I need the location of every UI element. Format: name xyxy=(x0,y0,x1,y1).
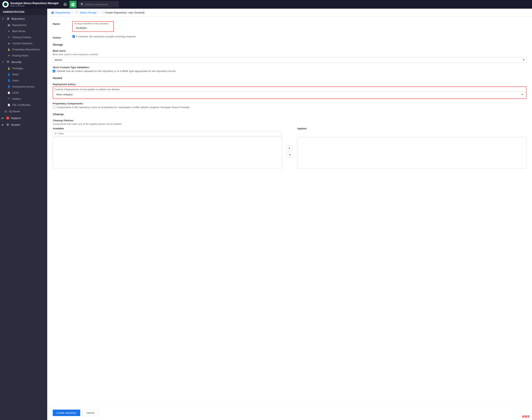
sidebar-item-content-selectors[interactable]: ◈ Content Selectors xyxy=(0,40,47,46)
sidebar-item-cleanup-policies[interactable]: ✏ Cleanup Policies xyxy=(0,34,47,40)
sidebar-item-realms[interactable]: 🛡 Realms xyxy=(0,96,47,102)
cleanup-policies-hint: Components that match any of the Applied… xyxy=(53,123,527,125)
sidebar-item-proprietary-repos-label: Proprietary Repositories xyxy=(12,48,40,51)
sidebar-section-repository-label: Repository xyxy=(11,17,25,20)
cleanup-applied-panel: Applied xyxy=(297,127,527,168)
sidebar-section-system[interactable]: ▶ ⚙ System xyxy=(0,121,47,128)
sidebar-item-routing-rules[interactable]: ⇌ Routing Rules xyxy=(0,53,47,59)
sidebar-item-users-label: Users xyxy=(12,79,19,82)
sidebar: Administration ▼ 🖥 Repository ▦ Reposito… xyxy=(0,9,47,420)
security-icon: 🛡 xyxy=(6,60,10,63)
storage-section-title: Storage xyxy=(53,43,527,47)
strict-content-checkbox[interactable] xyxy=(53,70,55,72)
cleanup-applied-list[interactable] xyxy=(297,137,527,168)
action-bar: Create repository Cancel xyxy=(47,405,532,420)
layout: Administration ▼ 🖥 Repository ▦ Reposito… xyxy=(0,9,532,420)
online-checkbox-row: If checked, the repository accepts incom… xyxy=(72,35,527,38)
sidebar-section-security[interactable]: ▼ 🛡 Security xyxy=(0,59,47,65)
breadcrumb-current-label: Create Repository: npm (hosted) xyxy=(105,11,145,14)
breadcrumb-select-recipe[interactable]: 📄 Select Recipe xyxy=(75,11,97,14)
strict-content-label: Strict Content Type Validation: xyxy=(53,66,527,69)
filter-icon: ▼ xyxy=(54,132,57,135)
search-icon: 🔍 xyxy=(81,3,84,6)
proprietary-checkbox-row: Components in this repository count as p… xyxy=(53,106,527,109)
deployment-policy-select[interactable]: Disable redeploy Allow redeploy Read-onl… xyxy=(54,92,525,97)
top-nav: N Sonatype Nexus Repository Manager OSS … xyxy=(0,0,532,9)
transfer-left-btn[interactable]: ◄ xyxy=(287,152,292,157)
name-input[interactable] xyxy=(74,25,112,31)
sidebar-item-ssl-certs[interactable]: 📋 SSL Certificates xyxy=(0,102,47,108)
iq-server-icon: ◎ xyxy=(4,110,7,113)
cleanup-available-panel: Available ▼ xyxy=(53,127,282,168)
cleanup-available-list[interactable] xyxy=(53,137,282,168)
deployment-policy-hint: Controls if deployments of and updates t… xyxy=(54,88,525,91)
privileges-icon: 🏅 xyxy=(7,67,11,70)
support-chevron-icon: ▶ xyxy=(2,117,3,119)
blob-stores-icon: ≡ xyxy=(7,30,11,33)
sidebar-section-support-label: Support xyxy=(11,117,21,120)
filter-input[interactable] xyxy=(58,132,280,135)
deployment-policy-label: Deployment policy: xyxy=(53,83,527,86)
sidebar-item-content-selectors-label: Content Selectors xyxy=(12,42,32,45)
sidebar-item-privileges-label: Privileges xyxy=(12,67,23,70)
app-version: OSS 3.35.0-02 xyxy=(10,5,59,7)
create-repository-button[interactable]: Create repository xyxy=(53,410,80,416)
sidebar-item-roles-label: Roles xyxy=(12,73,19,76)
settings-icon-btn[interactable] xyxy=(69,1,77,8)
sidebar-item-blob-stores-label: Blob Stores xyxy=(12,30,25,33)
cleanup-available-label: Available xyxy=(53,127,282,130)
blob-store-hint: Blob store used to store repository cont… xyxy=(53,53,527,56)
online-row: Online: If checked, the repository accep… xyxy=(53,35,527,39)
blob-store-select[interactable]: default xyxy=(53,57,527,63)
strict-content-checkbox-row: Validate that all content uploaded to th… xyxy=(53,70,527,73)
app-logo: N Sonatype Nexus Repository Manager OSS … xyxy=(2,1,59,7)
sidebar-item-privileges[interactable]: 🏅 Privileges xyxy=(0,65,47,71)
packages-icon-btn[interactable] xyxy=(62,1,69,8)
online-checkbox[interactable] xyxy=(72,35,75,38)
sidebar-item-ldap-label: LDAP xyxy=(12,91,19,94)
sidebar-item-cleanup-policies-label: Cleanup Policies xyxy=(12,36,31,39)
routing-rules-icon: ⇌ xyxy=(7,54,11,57)
breadcrumb-current-icon: 📄 xyxy=(101,11,104,14)
content-selectors-icon: ◈ xyxy=(7,42,11,45)
search-input[interactable] xyxy=(85,3,116,6)
sidebar-item-proprietary-repos[interactable]: 🏅 Proprietary Repositories xyxy=(0,46,47,53)
breadcrumb-sep-2: / xyxy=(98,11,99,14)
sidebar-section-system-label: System xyxy=(11,123,20,126)
name-tooltip-text: A unique identifier for this repository xyxy=(74,22,112,25)
sidebar-item-realms-label: Realms xyxy=(12,97,21,100)
system-chevron-icon: ▶ xyxy=(2,124,3,126)
proprietary-checkbox[interactable] xyxy=(53,106,55,108)
online-field: If checked, the repository accepts incom… xyxy=(72,35,527,38)
blob-store-label: Blob store: xyxy=(53,49,527,52)
search-bar[interactable]: 🔍 xyxy=(78,1,119,7)
sidebar-item-iq-server[interactable]: ◎ IQ Server xyxy=(0,108,47,115)
sidebar-section-repository[interactable]: ▼ 🖥 Repository xyxy=(0,15,47,22)
realms-icon: 🛡 xyxy=(7,97,11,100)
sidebar-item-blob-stores[interactable]: ≡ Blob Stores xyxy=(0,28,47,34)
breadcrumb-repositories[interactable]: ▦ Repositories xyxy=(51,11,71,14)
sidebar-section-security-label: Security xyxy=(11,60,21,63)
chevron-down-icon: ▼ xyxy=(2,18,4,20)
sidebar-item-roles[interactable]: 👤 Roles xyxy=(0,71,47,77)
repositories-icon: ▦ xyxy=(7,24,11,27)
form-area: Name: A unique identifier for this repos… xyxy=(47,16,532,405)
cleanup-layout: Available ▼ ► ◄ Applied xyxy=(53,127,527,168)
breadcrumb-repo-icon: ▦ xyxy=(51,11,54,14)
users-icon: 👤 xyxy=(7,79,11,82)
sidebar-header: Administration xyxy=(0,9,47,15)
sidebar-item-ldap[interactable]: 📋 LDAP xyxy=(0,90,47,96)
cancel-button[interactable]: Cancel xyxy=(82,410,98,416)
proprietary-hint: Components in this repository count as p… xyxy=(56,106,189,109)
app-title-block: Sonatype Nexus Repository Manager OSS 3.… xyxy=(10,1,59,7)
sidebar-section-support[interactable]: ▶ 🔴 Support xyxy=(0,115,47,121)
filter-input-wrap: ▼ xyxy=(53,131,282,136)
sidebar-item-users[interactable]: 👤 Users xyxy=(0,77,47,84)
cleanup-policies-group: Cleanup Policies: Components that match … xyxy=(53,119,527,168)
sidebar-item-anonymous-access[interactable]: 👤 Anonymous Access xyxy=(0,84,47,90)
transfer-right-btn[interactable]: ► xyxy=(287,145,292,151)
support-icon: 🔴 xyxy=(6,116,9,120)
breadcrumb-repositories-label: Repositories xyxy=(55,11,71,14)
proprietary-group: Proprietary Components: Components in th… xyxy=(53,102,527,109)
sidebar-item-repositories[interactable]: ▦ Repositories xyxy=(0,22,47,28)
